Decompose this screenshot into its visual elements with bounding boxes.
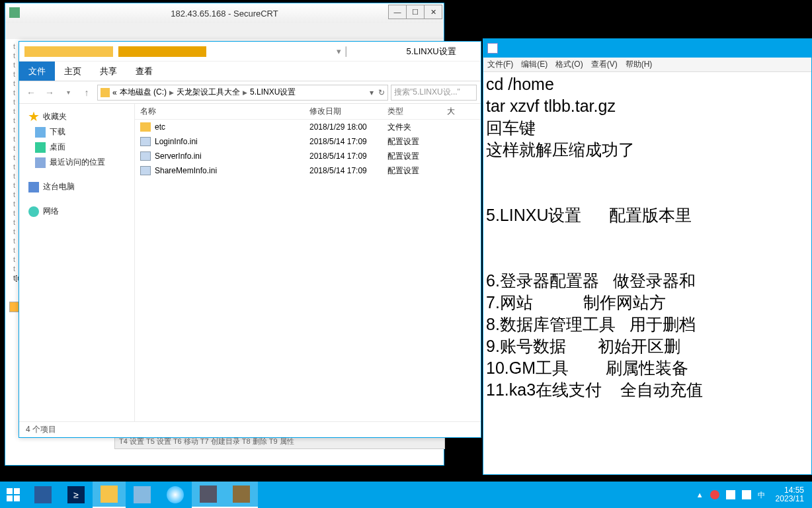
explorer-sidebar: 收藏夹 下载 桌面 最近访问的位置 这台电脑 网络 — [19, 104, 135, 421]
folder-icon — [101, 88, 110, 97]
pc-icon — [28, 182, 39, 192]
start-button[interactable] — [0, 482, 26, 508]
ini-file-icon — [140, 137, 151, 146]
nav-forward-button[interactable]: → — [42, 85, 58, 101]
notepad-icon — [487, 43, 498, 54]
column-date[interactable]: 修改日期 — [304, 106, 382, 117]
tray-network-icon[interactable] — [726, 490, 735, 499]
column-size[interactable]: 大 — [442, 106, 468, 117]
column-type[interactable]: 类型 — [382, 106, 442, 117]
taskbar-item-ie[interactable] — [159, 482, 192, 508]
chevron-right-icon: ▶ — [243, 89, 247, 96]
explorer-window: ▾ │ 5.LINXU设置 文件 主页 共享 查看 ← → ▾ ↑ « 本地磁盘… — [19, 41, 481, 438]
search-input[interactable]: 搜索"5.LINXU设..." — [391, 85, 477, 101]
explorer-statusbar: 4 个项目 — [19, 421, 481, 437]
network-icon — [28, 206, 39, 217]
file-row[interactable]: etc2018/1/29 18:00文件夹 — [135, 120, 481, 134]
file-row[interactable]: ShareMemInfo.ini2018/5/14 17:09配置设置 — [135, 163, 481, 178]
menu-view[interactable]: 查看(V) — [591, 59, 618, 70]
taskbar-item-securecrt[interactable] — [192, 482, 225, 508]
folder-icon — [24, 46, 113, 57]
sidebar-item-network[interactable]: 网络 — [23, 204, 130, 219]
file-row[interactable]: LoginInfo.ini2018/5/14 17:09配置设置 — [135, 134, 481, 149]
taskbar-item-notepad[interactable] — [225, 482, 258, 508]
desktop-icon — [35, 142, 46, 153]
notepad-titlebar[interactable] — [483, 39, 811, 58]
menu-format[interactable]: 格式(O) — [555, 59, 583, 70]
menu-edit[interactable]: 编辑(E) — [521, 59, 548, 70]
sidebar-item-thispc[interactable]: 这台电脑 — [23, 179, 130, 194]
download-icon — [35, 127, 46, 138]
taskbar-clock[interactable]: 14:55 2023/11 — [772, 486, 808, 503]
file-list: 名称 修改日期 类型 大 etc2018/1/29 18:00文件夹LoginI… — [135, 104, 481, 421]
tray-flag-icon[interactable] — [710, 490, 719, 499]
file-row[interactable]: ServerInfo.ini2018/5/14 17:09配置设置 — [135, 149, 481, 163]
breadcrumb-segment[interactable]: 本地磁盘 (C:) — [120, 87, 167, 98]
sidebar-item-recent[interactable]: 最近访问的位置 — [23, 155, 130, 170]
ribbon-tab-share[interactable]: 共享 — [91, 62, 126, 81]
tray-ime-icon[interactable]: 中 — [758, 490, 765, 500]
chevron-right-icon: ▶ — [169, 89, 174, 96]
explorer-titlebar[interactable]: ▾ │ 5.LINXU设置 — [19, 42, 481, 62]
taskbar-item-app1[interactable] — [126, 482, 159, 508]
recent-icon — [35, 157, 46, 168]
breadcrumb-segment[interactable]: 天龙架设工具大全 — [177, 87, 240, 98]
nav-back-button[interactable]: ← — [23, 85, 39, 101]
ribbon-tab-home[interactable]: 主页 — [55, 62, 91, 81]
close-button[interactable]: ✕ — [424, 5, 442, 19]
taskbar-item-powershell[interactable]: ≥ — [60, 482, 93, 508]
system-tray: ▲ 中 14:55 2023/11 — [696, 486, 812, 503]
menu-help[interactable]: 帮助(H) — [626, 59, 653, 70]
taskbar-item-server[interactable] — [26, 482, 60, 508]
securecrt-titlebar[interactable]: 182.43.65.168 - SecureCRT — ☐ ✕ — [5, 3, 444, 23]
taskbar: ≥ ▲ 中 14:55 2023/11 — [0, 482, 812, 508]
menu-file[interactable]: 文件(F) — [487, 59, 513, 70]
star-icon — [28, 112, 39, 122]
nav-up-button[interactable]: ↑ — [79, 85, 95, 101]
ribbon-tab-file[interactable]: 文件 — [19, 62, 55, 81]
breadcrumb-segment[interactable]: « — [112, 88, 117, 97]
tray-volume-icon[interactable] — [742, 490, 751, 499]
maximize-button[interactable]: ☐ — [406, 5, 425, 19]
file-list-header[interactable]: 名称 修改日期 类型 大 — [135, 104, 481, 120]
securecrt-icon — [9, 7, 20, 18]
windows-logo-icon — [7, 488, 20, 501]
securecrt-title-text: 182.43.65.168 - SecureCRT — [171, 9, 278, 19]
folder-icon — [140, 122, 151, 132]
explorer-ribbon: 文件 主页 共享 查看 — [19, 62, 481, 81]
folder-icon — [118, 46, 207, 57]
ini-file-icon — [140, 166, 151, 175]
search-placeholder: 搜索"5.LINXU设..." — [394, 87, 460, 98]
column-name[interactable]: 名称 — [135, 106, 304, 117]
notepad-window: 文件(F) 编辑(E) 格式(O) 查看(V) 帮助(H) cd /home t… — [483, 38, 812, 475]
nav-history-button[interactable]: ▾ — [60, 85, 76, 101]
taskbar-item-explorer[interactable] — [93, 482, 126, 508]
sidebar-item-downloads[interactable]: 下载 — [23, 124, 130, 140]
ini-file-icon — [140, 151, 151, 161]
sidebar-item-favorites[interactable]: 收藏夹 — [23, 109, 130, 124]
explorer-navbar: ← → ▾ ↑ « 本地磁盘 (C:) ▶ 天龙架设工具大全 ▶ 5.LINXU… — [19, 81, 481, 104]
explorer-title-text: 5.LINXU设置 — [387, 46, 475, 58]
securecrt-menubar[interactable] — [5, 23, 444, 39]
ribbon-tab-view[interactable]: 查看 — [126, 62, 162, 81]
minimize-button[interactable]: — — [388, 5, 407, 19]
breadcrumb[interactable]: « 本地磁盘 (C:) ▶ 天龙架设工具大全 ▶ 5.LINXU设置 ▾ ↻ — [97, 85, 388, 101]
notepad-menubar: 文件(F) 编辑(E) 格式(O) 查看(V) 帮助(H) — [483, 58, 811, 72]
breadcrumb-segment[interactable]: 5.LINXU设置 — [250, 87, 296, 98]
notepad-textarea[interactable]: cd /home tar xzvf tlbb.tar.gz 回车键 这样就解压缩… — [483, 72, 811, 402]
tray-up-icon[interactable]: ▲ — [696, 491, 704, 499]
sidebar-item-desktop[interactable]: 桌面 — [23, 140, 130, 155]
